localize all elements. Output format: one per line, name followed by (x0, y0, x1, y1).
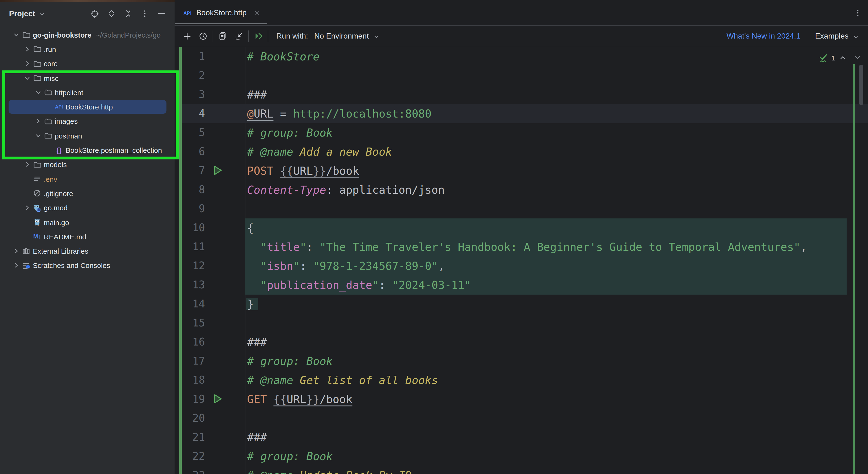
line-number: 13 (175, 275, 205, 295)
tree-item-label: External Libraries (33, 247, 88, 255)
environment-value: No Environment (314, 32, 369, 40)
code-text: ### (247, 85, 868, 104)
tree-item-go-gin-bookstore[interactable]: go-gin-bookstore ~/GolandProjects/go (0, 28, 175, 42)
tree-item-core[interactable]: core (0, 56, 175, 71)
next-highlight-icon[interactable] (853, 53, 862, 62)
tree-item--gitignore[interactable]: .gitignore (0, 186, 175, 201)
environment-chevron-icon (373, 33, 380, 40)
project-panel-header: Project (0, 2, 175, 25)
tree-item-images[interactable]: images (0, 114, 175, 129)
code-text: "title": "The Time Traveler's Handbook: … (247, 237, 868, 257)
tree-item-scratches-and-consoles[interactable]: Scratches and Consoles (0, 259, 175, 273)
environment-select[interactable]: No Environment (314, 32, 380, 40)
gitignore-icon (32, 189, 42, 198)
tree-chevron-icon[interactable] (22, 45, 32, 54)
request-history-button[interactable] (195, 29, 211, 44)
code-line-13: 13 "publication_date": "2024-03-11" (175, 275, 868, 295)
run-request-button[interactable] (214, 393, 223, 404)
tree-item-label: go.mod (44, 204, 67, 212)
code-text: # @name Update Book By ID (247, 466, 868, 474)
code-line-20: 20 (175, 409, 868, 428)
copy-request-button[interactable] (215, 29, 231, 44)
tree-item-label: Scratches and Consoles (33, 262, 110, 270)
code-line-11: 11 "title": "The Time Traveler's Handboo… (175, 237, 868, 257)
hide-panel-button[interactable] (156, 9, 166, 18)
code-text: Content-Type: application/json (247, 180, 868, 199)
tree-item-external-libraries[interactable]: External Libraries (0, 244, 175, 259)
tree-chevron-icon[interactable] (11, 30, 22, 39)
code-line-16: 16### (175, 333, 868, 352)
tree-chevron-icon[interactable] (11, 246, 22, 256)
tree-item-label: .run (44, 45, 56, 53)
tree-item-label: BookStore.http (66, 103, 113, 111)
tree-item-models[interactable]: models (0, 157, 175, 172)
tree-item-label: httpclient (55, 89, 83, 97)
collapse-all-button[interactable] (123, 9, 133, 18)
tree-chevron-icon[interactable] (22, 59, 32, 68)
tree-chevron-icon[interactable] (22, 73, 32, 83)
tree-item-bookstore-http[interactable]: API BookStore.http (0, 100, 175, 114)
run-request-button[interactable] (214, 165, 223, 176)
tree-item-main-go[interactable]: main.go (0, 215, 175, 230)
folder-icon (32, 160, 42, 170)
tree-chevron-icon[interactable] (11, 261, 22, 270)
tree-chevron-icon[interactable] (22, 160, 32, 170)
tree-item-readme-md[interactable]: M↓ README.md (0, 229, 175, 244)
active-tab-underline (175, 23, 267, 24)
gopher-icon (32, 217, 42, 227)
convert-import-button[interactable] (231, 29, 247, 44)
code-line-23: 23# @name Update Book By ID (175, 466, 868, 474)
panel-options-kebab-button[interactable] (140, 9, 149, 18)
tree-item-httpclient[interactable]: httpclient (0, 85, 175, 100)
add-request-button[interactable] (179, 29, 195, 44)
tree-item-label: .env (44, 175, 57, 183)
previous-highlight-icon[interactable] (838, 53, 847, 62)
tree-chevron-icon[interactable] (22, 203, 32, 212)
editor-content[interactable]: 1# BookStore23###4@URL = http://localhos… (175, 47, 868, 474)
tree-chevron-icon[interactable] (33, 117, 43, 126)
tree-chevron-icon (22, 217, 32, 227)
code-line-5: 5# group: Book (175, 123, 868, 142)
tab-close-icon[interactable] (253, 9, 260, 17)
code-line-7: 7POST {{URL}}/book (175, 161, 868, 180)
tree-item-label: main.go (44, 218, 69, 226)
ide-window: Project go-gin-bookstore ~/GolandProject… (0, 0, 868, 474)
project-panel-title[interactable]: Project (9, 9, 35, 18)
line-number: 15 (175, 314, 205, 333)
tree-item-label: README.md (44, 233, 86, 241)
line-number: 20 (175, 409, 205, 428)
tree-item-go-mod[interactable]: go.mod (0, 201, 175, 215)
tree-item-bookstore-postman-collection[interactable]: {} BookStore.postman_collection (0, 143, 175, 157)
examples-dropdown[interactable]: Examples (815, 32, 860, 40)
tree-chevron-icon[interactable] (33, 131, 43, 140)
folder-icon (32, 45, 42, 54)
tree-item-postman[interactable]: postman (0, 128, 175, 143)
locate-opened-file-button[interactable] (90, 9, 99, 18)
line-number: 14 (175, 295, 205, 314)
tree-item--run[interactable]: .run (0, 42, 175, 57)
folder-icon (32, 59, 42, 68)
code-line-10: 10{ (175, 218, 868, 237)
code-text: # @name Get list of all books (247, 371, 868, 390)
inspections-widget[interactable]: 1 (818, 52, 862, 63)
json-braces-icon: {} (54, 145, 64, 155)
whats-new-link[interactable]: What's New in 2024.1 (726, 32, 800, 40)
line-number: 17 (175, 352, 205, 371)
tab-bar-options-kebab-icon[interactable] (853, 8, 862, 17)
project-title-chevron-icon[interactable] (38, 10, 46, 18)
code-line-15: 15 (175, 314, 868, 333)
tree-item-label: go-gin-bookstore (33, 31, 92, 39)
code-line-1: 1# BookStore (175, 47, 868, 66)
scrollbar-thumb[interactable] (859, 65, 863, 105)
run-all-requests-button[interactable] (250, 29, 266, 44)
tree-chevron-icon (22, 232, 32, 241)
tree-chevron-icon[interactable] (33, 88, 43, 97)
tree-item--env[interactable]: .env (0, 172, 175, 186)
expand-all-button[interactable] (106, 9, 116, 18)
tab-bookstore-http[interactable]: API BookStore.http (175, 0, 267, 25)
code-text: @URL = http://localhost:8080 (247, 104, 868, 123)
tree-item-label: BookStore.postman_collection (66, 146, 162, 154)
markdown-icon: M↓ (32, 232, 42, 241)
tree-item-misc[interactable]: misc (0, 71, 175, 85)
tree-item-label: .gitignore (44, 189, 73, 198)
